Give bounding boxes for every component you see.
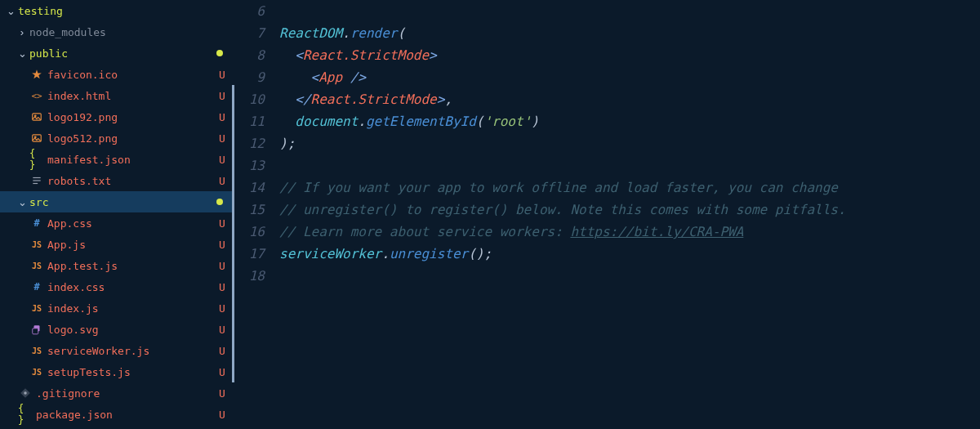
file-tree-item[interactable]: ⌄public <box>0 42 234 64</box>
modification-indicator <box>232 212 234 234</box>
svg-icon <box>29 324 44 335</box>
file-explorer[interactable]: ⌄testing›node_modules⌄publicfavicon.icoU… <box>0 0 234 429</box>
file-tree-item[interactable]: logo.svgU <box>0 319 234 340</box>
svg-point-9 <box>24 391 27 395</box>
file-name: index.css <box>47 281 216 293</box>
file-tree-item[interactable]: #index.cssU <box>0 276 234 297</box>
js-icon: JS <box>29 304 44 313</box>
file-tree-item[interactable]: JSserviceWorker.jsU <box>0 340 234 361</box>
code-editor[interactable]: 6789101112131415161718 ReactDOM.render( … <box>234 0 980 429</box>
file-tree-item[interactable]: favicon.icoU <box>0 64 234 85</box>
git-status: U <box>216 175 228 187</box>
code-line[interactable]: // Learn more about service workers: htt… <box>279 221 980 243</box>
git-status: U <box>216 132 228 145</box>
code-line[interactable]: ReactDOM.render( <box>279 22 980 44</box>
modified-dot-icon <box>216 50 223 56</box>
chevron-down-icon: ⌄ <box>18 47 26 60</box>
line-gutter: 6789101112131415161718 <box>234 0 279 429</box>
line-number: 7 <box>234 22 265 44</box>
git-status: U <box>216 409 228 421</box>
css-icon: # <box>29 217 44 229</box>
code-line[interactable]: <React.StrictMode> <box>279 44 980 66</box>
modified-dot-icon <box>216 199 223 205</box>
git-status: U <box>216 90 228 102</box>
chevron-right-icon: › <box>18 26 26 38</box>
css-icon: # <box>29 281 44 293</box>
chevron-down-icon: ⌄ <box>7 5 15 17</box>
file-tree-item[interactable]: .gitignoreU <box>0 382 234 404</box>
file-tree-item[interactable]: { }package.jsonU <box>0 404 234 425</box>
file-name: testing <box>18 5 228 17</box>
file-name: logo.svg <box>47 324 216 336</box>
modification-indicator <box>232 127 234 149</box>
code-line[interactable]: // unregister() to register() below. Not… <box>279 199 980 221</box>
star-icon <box>29 69 44 80</box>
git-status: U <box>216 345 228 357</box>
js-icon: JS <box>29 240 44 249</box>
file-tree-item[interactable]: robots.txtU <box>0 170 234 191</box>
file-tree-item[interactable]: logo192.pngU <box>0 106 234 127</box>
js-icon: JS <box>29 368 44 377</box>
line-number: 14 <box>234 177 265 199</box>
file-name: robots.txt <box>47 175 216 187</box>
file-tree-item[interactable]: logo512.pngU <box>0 127 234 149</box>
modification-indicator <box>232 340 234 361</box>
line-number: 11 <box>234 110 265 132</box>
git-status: U <box>216 260 228 272</box>
file-name: App.css <box>47 217 216 230</box>
line-number: 18 <box>234 265 265 287</box>
file-name: setupTests.js <box>47 366 216 378</box>
file-tree-item[interactable]: JSApp.test.jsU <box>0 255 234 276</box>
git-status: U <box>216 69 228 81</box>
file-name: package.json <box>36 409 216 421</box>
code-line[interactable] <box>279 265 980 287</box>
modification-indicator <box>232 170 234 191</box>
file-name: index.html <box>47 90 216 102</box>
file-tree-item[interactable]: JSsetupTests.jsU <box>0 361 234 382</box>
file-tree-item[interactable]: #App.cssU <box>0 212 234 234</box>
line-number: 15 <box>234 199 265 221</box>
line-number: 10 <box>234 88 265 110</box>
git-status: U <box>216 324 228 336</box>
code-line[interactable] <box>279 0 980 22</box>
code-line[interactable]: ); <box>279 132 980 154</box>
git-status: U <box>216 387 228 400</box>
git-status: U <box>216 366 228 378</box>
file-name: manifest.json <box>47 154 216 166</box>
code-line[interactable]: serviceWorker.unregister(); <box>279 243 980 265</box>
chevron-down-icon: ⌄ <box>18 196 26 208</box>
file-tree-item[interactable]: JSindex.jsU <box>0 297 234 319</box>
file-name: favicon.ico <box>47 69 216 81</box>
git-status: U <box>216 239 228 251</box>
line-number: 12 <box>234 132 265 154</box>
code-line[interactable]: document.getElementById('root') <box>279 110 980 132</box>
file-name: src <box>29 196 216 208</box>
modification-indicator <box>232 149 234 170</box>
code-content[interactable]: ReactDOM.render( <React.StrictMode> <App… <box>279 0 980 429</box>
modification-indicator <box>232 297 234 319</box>
file-tree-item[interactable]: { }manifest.jsonU <box>0 149 234 170</box>
js-icon: JS <box>29 346 44 355</box>
modification-indicator <box>232 191 234 212</box>
json-icon: { } <box>18 403 33 426</box>
file-name: node_modules <box>29 26 228 38</box>
line-number: 16 <box>234 221 265 243</box>
file-name: App.test.js <box>47 260 216 272</box>
file-name: public <box>29 47 216 60</box>
file-name: logo512.png <box>47 132 216 145</box>
file-tree-item[interactable]: ›node_modules <box>0 21 234 42</box>
js-icon: JS <box>29 261 44 270</box>
file-tree-item[interactable]: JSApp.jsU <box>0 234 234 255</box>
file-tree-item[interactable]: ⌄src <box>0 191 234 212</box>
file-tree-item[interactable]: <>index.htmlU <box>0 85 234 106</box>
svg-rect-8 <box>33 328 38 334</box>
file-tree-item[interactable]: ⌄testing <box>0 0 234 21</box>
modification-indicator <box>232 319 234 340</box>
code-line[interactable] <box>279 154 980 177</box>
code-line[interactable]: <App /> <box>279 66 980 88</box>
file-name: logo192.png <box>47 111 216 123</box>
git-icon <box>18 387 33 399</box>
code-line[interactable]: </React.StrictMode>, <box>279 88 980 110</box>
line-number: 6 <box>234 0 265 22</box>
code-line[interactable]: // If you want your app to work offline … <box>279 177 980 199</box>
